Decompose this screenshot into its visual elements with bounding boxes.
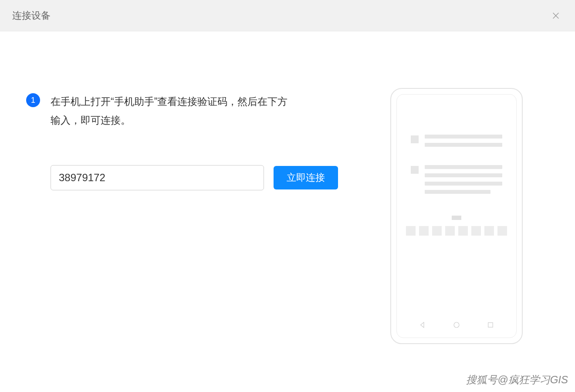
skeleton-keypad-box [419, 226, 429, 236]
skeleton-line [425, 135, 502, 139]
skeleton-block [411, 135, 502, 151]
skeleton-keypad-box [497, 226, 507, 236]
skeleton-line [425, 182, 502, 186]
skeleton-pager [411, 216, 502, 236]
close-button[interactable] [549, 9, 563, 23]
skeleton-square-icon [411, 166, 419, 174]
skeleton-keypad-box [471, 226, 481, 236]
skeleton-square-icon [411, 135, 419, 143]
phone-screen [396, 94, 517, 338]
skeleton-block [411, 165, 502, 198]
skeleton-keypad-box [484, 226, 494, 236]
dialog-title: 连接设备 [12, 9, 51, 22]
skeleton-line [425, 165, 502, 169]
connect-button[interactable]: 立即连接 [274, 166, 338, 189]
home-icon [453, 321, 460, 329]
skeleton-keypad-box [406, 226, 416, 236]
skeleton-line [425, 143, 502, 147]
input-row: 立即连接 [51, 165, 373, 190]
svg-point-2 [454, 322, 459, 328]
dialog-content: 1 在手机上打开“手机助手”查看连接验证码，然后在下方输入，即可连接。 立即连接 [0, 31, 575, 344]
watermark-text: 搜狐号@疯狂学习GIS [466, 373, 568, 387]
step-instruction-text: 在手机上打开“手机助手”查看连接验证码，然后在下方输入，即可连接。 [51, 92, 294, 129]
close-icon [551, 11, 561, 20]
skeleton-line [425, 173, 502, 177]
step-row: 1 在手机上打开“手机助手”查看连接验证码，然后在下方输入，即可连接。 [26, 92, 373, 129]
phone-nav-buttons [397, 321, 516, 329]
titlebar: 连接设备 [0, 0, 575, 31]
verification-code-input[interactable] [51, 165, 264, 190]
svg-rect-3 [488, 323, 493, 328]
skeleton-indicator [452, 216, 461, 220]
skeleton-keypad-box [458, 226, 468, 236]
skeleton-line [425, 190, 490, 194]
skeleton-keypad-box [432, 226, 442, 236]
skeleton-keypad-box [445, 226, 455, 236]
recent-icon [487, 321, 494, 329]
instruction-panel: 1 在手机上打开“手机助手”查看连接验证码，然后在下方输入，即可连接。 立即连接 [26, 88, 373, 344]
step-number-badge: 1 [26, 93, 40, 107]
back-icon [419, 321, 426, 329]
phone-illustration [390, 88, 523, 344]
